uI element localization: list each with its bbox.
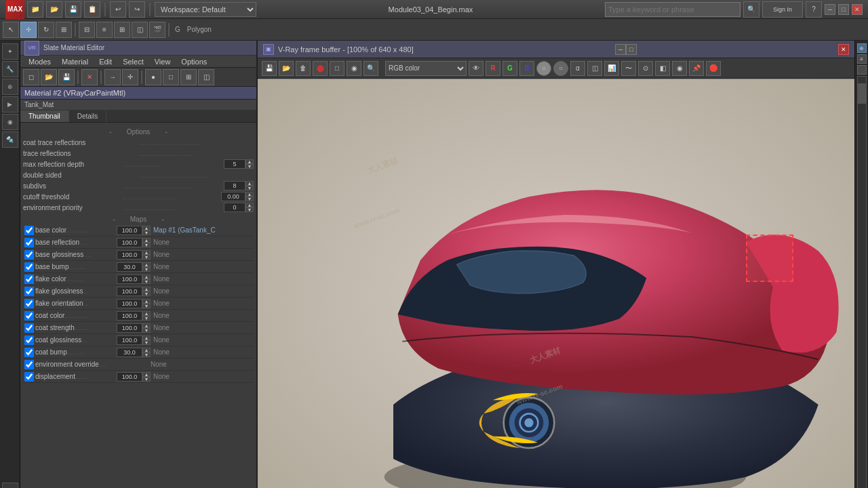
map-flake-color-down[interactable]: ▼ <box>142 279 151 284</box>
map-coat-gloss-name[interactable]: None <box>151 336 252 344</box>
rs-icon-2[interactable]: ≡ <box>857 54 867 64</box>
map-flake-orient-up[interactable]: ▲ <box>142 299 151 304</box>
mat-grid-icon[interactable]: ⊞ <box>180 69 197 85</box>
fb-gray-circle[interactable]: ○ <box>553 61 568 76</box>
map-coat-gloss-value[interactable] <box>117 336 142 345</box>
fb-b-channel[interactable]: B <box>519 61 534 76</box>
map-base-gloss-value[interactable] <box>117 250 142 260</box>
fb-g-channel[interactable]: G <box>502 61 517 76</box>
max-refl-down[interactable]: ▼ <box>245 164 254 169</box>
map-coat-color-name[interactable]: None <box>151 312 252 319</box>
map-base-color-check[interactable] <box>24 226 34 235</box>
max-refl-up[interactable]: ▲ <box>245 159 254 164</box>
map-displacement-value[interactable] <box>117 372 142 382</box>
fb-zoom-icon[interactable]: 🔍 <box>363 61 378 76</box>
new-file-icon[interactable]: 📁 <box>27 1 43 18</box>
rotate-icon[interactable]: ↻ <box>38 22 54 38</box>
map-base-bump-check[interactable] <box>24 262 34 272</box>
mat-new-icon[interactable]: ◻ <box>23 69 39 85</box>
mat-assign-icon[interactable]: → <box>104 69 121 85</box>
map-env-override-check[interactable] <box>24 360 34 369</box>
map-coat-color-up[interactable]: ▲ <box>142 311 151 316</box>
create-icon[interactable]: ✦ <box>2 43 18 60</box>
map-base-bump-down[interactable]: ▼ <box>142 267 151 272</box>
env-priority-up[interactable]: ▲ <box>245 203 254 207</box>
render-icon[interactable]: 🎬 <box>149 22 165 38</box>
rs-icon-1[interactable]: ⊕ <box>857 43 867 53</box>
layer-icon[interactable]: ◫ <box>132 22 148 38</box>
subdivs-input[interactable] <box>224 181 245 190</box>
map-base-bump-value[interactable] <box>117 262 142 272</box>
map-displacement-check[interactable] <box>24 372 34 382</box>
select-icon[interactable]: ↖ <box>3 22 19 38</box>
map-flake-gloss-value[interactable] <box>117 287 142 296</box>
cutoff-down[interactable]: ▼ <box>245 197 254 201</box>
map-base-refl-up[interactable]: ▲ <box>142 238 151 243</box>
fb-layers-icon[interactable]: ◫ <box>587 61 602 76</box>
map-displacement-up[interactable]: ▲ <box>142 372 151 377</box>
move-icon[interactable]: ✛ <box>20 22 37 38</box>
mat-sphere-icon[interactable]: ● <box>145 69 161 85</box>
map-displacement-down[interactable]: ▼ <box>142 377 151 382</box>
map-coat-strength-name[interactable]: None <box>151 324 252 331</box>
map-flake-color-up[interactable]: ▲ <box>142 274 151 279</box>
search-icon[interactable]: 🔍 <box>743 1 760 18</box>
env-priority-down[interactable]: ▼ <box>245 207 254 212</box>
map-flake-orient-value[interactable] <box>117 299 142 308</box>
map-base-refl-down[interactable]: ▼ <box>142 243 151 247</box>
map-base-color-value[interactable] <box>117 226 142 235</box>
map-coat-bump-down[interactable]: ▼ <box>142 352 151 357</box>
map-base-color-name[interactable]: Map #1 (GasTank_C <box>151 226 252 234</box>
map-flake-color-check[interactable] <box>24 274 34 284</box>
menu-options[interactable]: Options <box>176 55 212 68</box>
map-base-refl-check[interactable] <box>24 238 34 247</box>
fb-compare-icon[interactable]: ◧ <box>655 61 670 76</box>
map-base-gloss-name[interactable]: None <box>151 251 252 258</box>
map-base-gloss-check[interactable] <box>24 250 34 260</box>
align-icon[interactable]: ≡ <box>96 22 113 38</box>
map-env-override-name[interactable]: None <box>117 361 252 368</box>
map-base-refl-value[interactable] <box>117 238 142 247</box>
map-flake-gloss-name[interactable]: None <box>151 287 252 295</box>
modify-icon[interactable]: 🔧 <box>2 61 18 77</box>
fb-load-icon[interactable]: 📂 <box>279 61 294 76</box>
map-base-color-up[interactable]: ▲ <box>142 226 151 230</box>
fb-lut-icon[interactable]: 📊 <box>604 61 619 76</box>
map-base-gloss-up[interactable]: ▲ <box>142 250 151 255</box>
fb-show-icon[interactable]: 👁 <box>469 61 484 76</box>
subdivs-up[interactable]: ▲ <box>245 181 254 186</box>
fb-curve-icon[interactable]: 〜 <box>621 61 636 76</box>
mat-layout-icon[interactable]: ◫ <box>198 69 214 85</box>
map-base-refl-name[interactable]: None <box>151 239 252 246</box>
open-file-icon[interactable]: 📂 <box>46 1 62 18</box>
map-base-bump-name[interactable]: None <box>151 263 252 270</box>
map-coat-strength-check[interactable] <box>24 323 34 333</box>
tab-thumbnail[interactable]: Thumbnail <box>20 110 69 122</box>
map-base-gloss-down[interactable]: ▼ <box>142 255 151 260</box>
map-coat-gloss-up[interactable]: ▲ <box>142 336 151 340</box>
rs-scrollbar-thumb[interactable] <box>858 83 866 104</box>
display-icon[interactable]: ◉ <box>2 114 18 130</box>
rs-scrollbar-up[interactable] <box>857 65 867 75</box>
map-coat-strength-down[interactable]: ▼ <box>142 328 151 333</box>
map-base-color-down[interactable]: ▼ <box>142 230 151 235</box>
workspace-dropdown[interactable]: Workspace: Default <box>155 2 256 17</box>
window-close-button[interactable]: ✕ <box>852 4 863 15</box>
map-flake-orient-down[interactable]: ▼ <box>142 304 151 308</box>
map-coat-color-check[interactable] <box>24 311 34 321</box>
fb-region-icon[interactable]: □ <box>330 61 344 76</box>
hierarchy-icon[interactable]: ⊕ <box>2 79 18 95</box>
fb-color-mode-select[interactable]: RGB color <box>385 61 467 76</box>
fb-pin-icon[interactable]: 📌 <box>689 61 704 76</box>
map-displacement-name[interactable]: None <box>151 373 252 380</box>
menu-select[interactable]: Select <box>117 55 149 68</box>
help-icon[interactable]: ? <box>806 1 822 18</box>
utilities-icon[interactable]: 🔩 <box>2 131 18 148</box>
scale-icon[interactable]: ⊞ <box>56 22 72 38</box>
map-flake-color-value[interactable] <box>117 274 142 284</box>
mat-box-icon[interactable]: □ <box>163 69 179 85</box>
map-coat-bump-name[interactable]: None <box>151 348 252 356</box>
subdivs-down[interactable]: ▼ <box>245 186 254 190</box>
mat-save-icon[interactable]: 💾 <box>58 69 75 85</box>
map-coat-gloss-down[interactable]: ▼ <box>142 340 151 345</box>
